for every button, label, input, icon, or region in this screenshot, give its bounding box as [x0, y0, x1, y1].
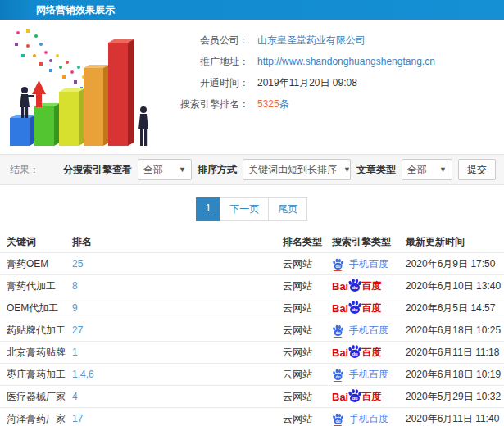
result-label: 结果：	[10, 163, 39, 177]
svg-text:du: du	[335, 419, 340, 423]
field-open-time: 开通时间： 2019年11月20日 09:08	[159, 72, 504, 93]
rank-type-cell: 云网站	[276, 368, 325, 382]
company-link[interactable]: 山东皇圣堂药业有限公司	[257, 34, 366, 48]
mobile-baidu-logo: du 手机百度	[332, 368, 388, 382]
field-company: 会员公司： 山东皇圣堂药业有限公司	[159, 29, 504, 51]
baidu-paw-icon: du	[347, 278, 362, 292]
rank-cell[interactable]: 1	[66, 347, 276, 358]
rank-type-cell: 云网站	[276, 324, 325, 338]
rank-cell[interactable]: 27	[66, 324, 276, 336]
rank-cell[interactable]: 17	[66, 413, 276, 424]
engine-filter-label: 分搜索引擎查看	[63, 163, 132, 177]
svg-text:du: du	[335, 264, 340, 268]
filter-group: 分搜索引擎查看 全部 ▼ 排序方式 关键词由短到长排序 ▼ 文章类型 全部 ▼ …	[63, 159, 496, 180]
sort-filter-label: 排序方式	[198, 163, 237, 177]
results-table-body: 膏药OEM25云网站 du 手机百度2020年6月9日 17:50膏药代加工8云…	[0, 252, 504, 426]
updated-time-cell: 2020年6月18日 10:25	[399, 324, 504, 338]
mobile-baidu-logo: du 手机百度	[332, 412, 388, 426]
header-keyword: 关键词	[0, 235, 66, 249]
next-page-button[interactable]: 下一页	[220, 197, 269, 221]
updated-time-cell: 2020年5月29日 10:32	[399, 390, 504, 404]
rank-cell[interactable]: 1,4,6	[66, 369, 276, 380]
rank-type-cell: 云网站	[276, 390, 325, 404]
updated-time-cell: 2020年6月9日 17:50	[399, 257, 504, 271]
updated-time-cell: 2020年6月11日 11:40	[399, 412, 504, 426]
page-number-1[interactable]: 1	[196, 197, 221, 221]
article-type-label: 文章类型	[356, 163, 396, 177]
table-row: 医疗器械厂家4云网站Bai du 百度2020年5月29日 10:32	[0, 385, 504, 407]
svg-text:du: du	[335, 374, 340, 378]
updated-time-cell: 2020年6月11日 11:18	[399, 346, 504, 360]
rank-cell[interactable]: 25	[66, 258, 276, 270]
baidu-paw-icon: du	[347, 344, 362, 359]
filter-bar: 结果： 分搜索引擎查看 全部 ▼ 排序方式 关键词由短到长排序 ▼ 文章类型 全…	[0, 154, 504, 185]
promotion-url-link[interactable]: http://www.shandonghuangshengtang.cn	[257, 56, 435, 67]
table-row: 枣庄膏药加工1,4,6云网站 du 手机百度2020年6月18日 10:19	[0, 363, 504, 385]
engine-filter-value: 全部	[143, 163, 163, 177]
member-info-section: 会员公司： 山东皇圣堂药业有限公司 推广地址： http://www.shand…	[0, 20, 504, 154]
rank-count-label: 搜索引擎排名：	[159, 97, 249, 111]
rank-cell[interactable]: 9	[66, 302, 276, 314]
chevron-down-icon: ▼	[337, 165, 351, 174]
table-row: OEM代加工9云网站Bai du 百度2020年6月5日 14:57	[0, 297, 504, 319]
mobile-baidu-icon: du	[332, 324, 344, 337]
baidu-paw-icon: du	[347, 388, 362, 403]
baidu-paw-icon: du	[347, 300, 362, 315]
svg-text:du: du	[352, 307, 359, 312]
baidu-paw-icon: du	[332, 413, 344, 425]
pagination: 1 下一页 尾页	[0, 197, 504, 221]
keyword-cell: 膏药OEM	[0, 257, 66, 271]
mobile-baidu-icon: du	[332, 369, 344, 381]
svg-text:du: du	[352, 351, 359, 356]
keyword-cell: 枣庄膏药加工	[0, 368, 66, 382]
article-type-select[interactable]: 全部 ▼	[402, 159, 452, 180]
rank-type-cell: 云网站	[276, 257, 325, 271]
keyword-cell: OEM代加工	[0, 301, 66, 315]
marketing-report-page: 网络营销效果展示	[0, 0, 504, 426]
table-row: 药贴牌代加工27云网站 du 手机百度2020年6月18日 10:25	[0, 319, 504, 341]
header-engine-type: 搜索引擎类型	[325, 235, 399, 249]
baidu-logo: Bai du 百度	[332, 300, 381, 317]
baidu-logo: Bai du 百度	[332, 388, 381, 406]
table-header-row: 关键词 排名 排名类型 搜索引擎类型 最新更新时间	[0, 231, 504, 252]
growth-bar-chart-illustration	[3, 25, 159, 152]
sort-filter-select[interactable]: 关键词由短到长排序 ▼	[243, 159, 351, 180]
keyword-cell: 医疗器械厂家	[0, 390, 66, 404]
engine-type-cell: Bai du 百度	[325, 300, 399, 317]
engine-type-cell: du 手机百度	[325, 368, 399, 382]
engine-type-cell: du 手机百度	[325, 324, 399, 338]
field-url: 推广地址： http://www.shandonghuangshengtang.…	[159, 51, 504, 72]
bar-green	[34, 103, 60, 146]
rank-cell[interactable]: 4	[66, 391, 276, 402]
engine-filter-select[interactable]: 全部 ▼	[138, 159, 192, 180]
article-type-value: 全部	[407, 163, 427, 177]
results-table: 关键词 排名 排名类型 搜索引擎类型 最新更新时间 膏药OEM25云网站 du …	[0, 231, 504, 426]
open-time-value: 2019年11月20日 09:08	[257, 76, 357, 90]
svg-text:du: du	[352, 285, 359, 290]
info-fields: 会员公司： 山东皇圣堂药业有限公司 推广地址： http://www.shand…	[159, 25, 504, 151]
open-time-label: 开通时间：	[159, 76, 249, 90]
engine-type-cell: Bai du 百度	[325, 344, 399, 361]
keyword-cell: 菏泽膏药厂家	[0, 412, 66, 426]
businessman-right	[138, 106, 148, 146]
last-page-button[interactable]: 尾页	[268, 197, 307, 221]
table-row: 菏泽膏药厂家17云网站 du 手机百度2020年6月11日 11:40	[0, 407, 504, 426]
keyword-cell: 膏药代加工	[0, 279, 66, 293]
keyword-cell: 药贴牌代加工	[0, 324, 66, 338]
confetti-dots	[15, 29, 90, 89]
mobile-baidu-icon: du	[332, 258, 344, 270]
table-row: 膏药OEM25云网站 du 手机百度2020年6月9日 17:50	[0, 252, 504, 274]
rank-count-suffix[interactable]: 条	[279, 98, 289, 110]
header-rank-type: 排名类型	[276, 235, 325, 249]
engine-type-cell: du 手机百度	[325, 257, 399, 271]
page-title: 网络营销效果展示	[36, 4, 115, 16]
svg-text:du: du	[352, 396, 359, 401]
keyword-cell: 北京膏药贴牌	[0, 346, 66, 360]
submit-button[interactable]: 提交	[458, 159, 496, 180]
baidu-paw-icon: du	[332, 369, 344, 381]
rank-cell[interactable]: 8	[66, 280, 276, 292]
rank-type-cell: 云网站	[276, 301, 325, 315]
baidu-paw-icon: du	[332, 324, 344, 337]
updated-time-cell: 2020年6月18日 10:19	[399, 368, 504, 382]
table-row: 北京膏药贴牌1云网站Bai du 百度2020年6月11日 11:18	[0, 341, 504, 363]
